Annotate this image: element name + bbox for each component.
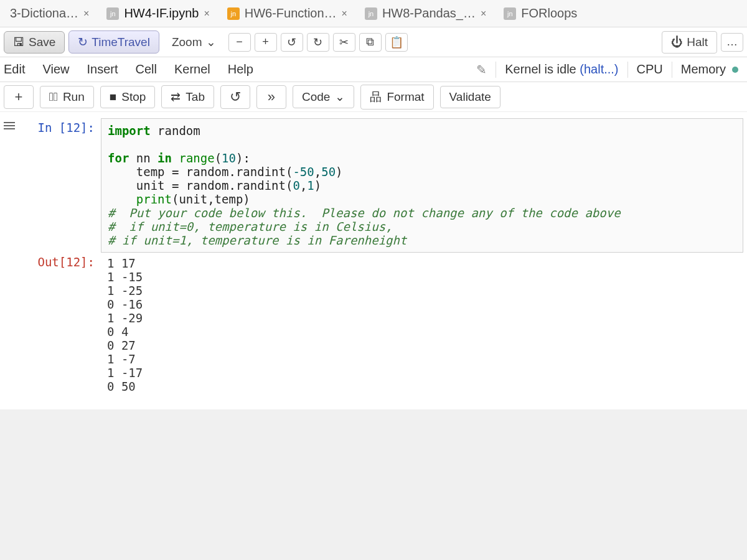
- out-prompt: Out[12]:: [20, 253, 95, 269]
- save-label: Save: [29, 35, 55, 49]
- run-label: Run: [63, 90, 85, 104]
- paste-button[interactable]: 📋: [385, 33, 408, 52]
- cpu-label: CPU: [637, 62, 663, 77]
- zoom-label: Zoom: [172, 35, 202, 49]
- memory-indicator-icon: [732, 67, 738, 73]
- jupyter-icon: jn: [106, 7, 119, 20]
- memory-label: Memory: [681, 62, 726, 77]
- format-icon: 品: [370, 89, 382, 105]
- timetravel-button[interactable]: ↻ TimeTravel: [68, 30, 159, 54]
- stop-label: Stop: [121, 90, 146, 104]
- tab-button[interactable]: ⇄ Tab: [161, 85, 214, 108]
- jupyter-icon: jn: [365, 7, 377, 20]
- save-button[interactable]: 🖫 Save: [4, 31, 65, 54]
- menu-edit[interactable]: Edit: [4, 62, 25, 77]
- redo-button[interactable]: ↻: [307, 33, 329, 52]
- format-label: Format: [387, 90, 424, 104]
- power-icon: ⏻: [671, 35, 683, 49]
- tab-dictiona[interactable]: 3-Dictiona… ×: [2, 2, 96, 24]
- halt-label: Halt: [687, 35, 708, 49]
- tab-hw6-function[interactable]: jn HW6-Function… ×: [220, 2, 355, 24]
- history-icon: ↻: [78, 35, 88, 49]
- toolbar-primary: 🖫 Save ↻ TimeTravel Zoom ⌄ − + ↺ ↻ ✂ ⧉ 📋…: [0, 27, 747, 57]
- validate-label: Validate: [449, 90, 491, 104]
- code-cell[interactable]: In [12]: import random for nn in range(1…: [4, 118, 743, 253]
- tab-label: HW6-Function…: [245, 6, 337, 21]
- halt-button[interactable]: ⏻ Halt: [662, 31, 717, 54]
- close-icon[interactable]: ×: [342, 8, 347, 19]
- close-icon[interactable]: ×: [481, 8, 486, 19]
- menu-cell[interactable]: Cell: [136, 62, 157, 77]
- save-icon: 🖫: [13, 35, 25, 49]
- cell-type-label: Code: [302, 90, 330, 104]
- run-button[interactable]: ▶⃓ Run: [40, 86, 94, 108]
- jupyter-icon: jn: [504, 7, 516, 20]
- add-cell-button[interactable]: +: [4, 85, 34, 109]
- menu-insert[interactable]: Insert: [87, 62, 118, 77]
- tab-forloops[interactable]: jn FORloops: [496, 2, 585, 24]
- tab-hw8-pandas[interactable]: jn HW8-Pandas_… ×: [357, 2, 494, 24]
- tab-label: HW4-IF.ipynb: [124, 6, 199, 21]
- close-icon[interactable]: ×: [204, 8, 209, 19]
- drag-handle-icon[interactable]: [4, 122, 15, 129]
- stop-icon: ■: [110, 90, 116, 104]
- code-editor[interactable]: import random for nn in range(10): temp …: [101, 118, 743, 253]
- halt-link[interactable]: (halt...): [580, 62, 618, 76]
- menu-help[interactable]: Help: [228, 62, 253, 77]
- toolbar-secondary: + ▶⃓ Run ■ Stop ⇄ Tab ↺ » Code ⌄ 品 Forma…: [0, 82, 747, 112]
- play-icon: ▶⃓: [49, 90, 58, 104]
- undo-button[interactable]: ↺: [281, 33, 303, 52]
- output-text: 1 17 1 -15 1 -25 0 -16 1 -29 0 4 0 27 1 …: [101, 253, 743, 397]
- run-all-button[interactable]: »: [256, 85, 286, 109]
- pencil-icon: ✎: [476, 62, 487, 77]
- kernel-status: Kernel is idle (halt...): [505, 62, 618, 77]
- timetravel-label: TimeTravel: [92, 35, 150, 49]
- in-prompt: In [12]:: [20, 118, 95, 134]
- cell-type-dropdown[interactable]: Code ⌄: [293, 85, 354, 108]
- validate-button[interactable]: Validate: [440, 86, 500, 108]
- menu-kernel[interactable]: Kernel: [174, 62, 210, 77]
- menubar: Edit View Insert Cell Kernel Help ✎ Kern…: [0, 57, 747, 82]
- zoom-out-button[interactable]: −: [228, 33, 251, 52]
- tab-label: 3-Dictiona…: [10, 6, 78, 21]
- tab-icon: ⇄: [171, 90, 181, 104]
- more-button[interactable]: …: [721, 33, 743, 52]
- tab-label: HW8-Pandas_…: [382, 6, 476, 21]
- zoom-dropdown[interactable]: Zoom ⌄: [163, 31, 225, 53]
- restart-kernel-button[interactable]: ↺: [220, 85, 250, 109]
- zoom-in-button[interactable]: +: [255, 33, 277, 52]
- tab-label: FORloops: [521, 6, 577, 21]
- tab-hw4-if[interactable]: jn HW4-IF.ipynb ×: [99, 2, 217, 24]
- jupyter-icon: jn: [227, 7, 240, 20]
- stop-button[interactable]: ■ Stop: [100, 86, 156, 108]
- output-cell: Out[12]: 1 17 1 -15 1 -25 0 -16 1 -29 0 …: [4, 253, 743, 397]
- chevron-down-icon: ⌄: [335, 90, 345, 104]
- tab-label: Tab: [186, 90, 205, 104]
- chevron-down-icon: ⌄: [206, 35, 216, 49]
- notebook-area: In [12]: import random for nn in range(1…: [0, 112, 747, 409]
- format-button[interactable]: 品 Format: [360, 85, 433, 110]
- file-tabs: 3-Dictiona… × jn HW4-IF.ipynb × jn HW6-F…: [0, 0, 747, 27]
- menu-view[interactable]: View: [42, 62, 69, 77]
- copy-button[interactable]: ⧉: [359, 33, 382, 52]
- cut-button[interactable]: ✂: [333, 33, 355, 52]
- close-icon[interactable]: ×: [83, 8, 89, 19]
